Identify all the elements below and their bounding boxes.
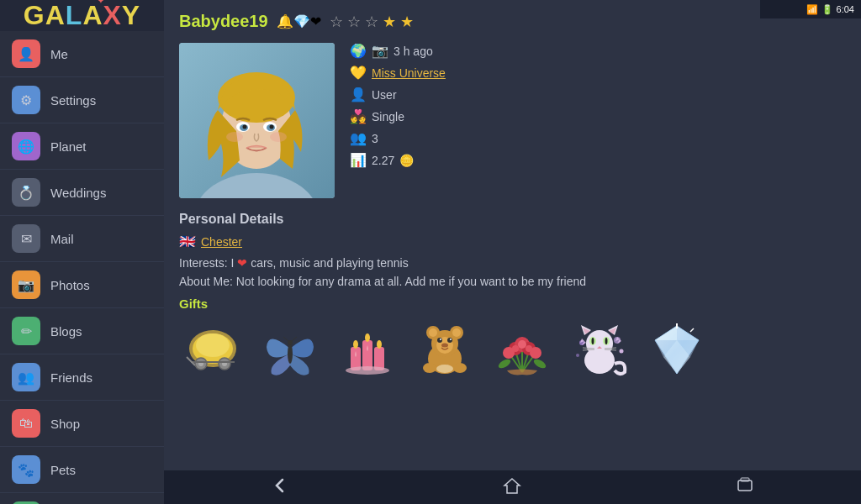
location-name[interactable]: Chester xyxy=(201,235,242,249)
heart-icon: 💛 xyxy=(350,65,367,81)
butterfly-svg xyxy=(260,322,320,376)
profile-info: 🌍 📷 3 h ago 💛 Miss Universe 👤 User 💑 Sin… xyxy=(350,43,846,198)
person-icon: 👤 xyxy=(350,87,367,102)
svg-line-25 xyxy=(283,337,288,341)
me-label: Me xyxy=(50,47,68,61)
title-row: 💛 Miss Universe xyxy=(350,65,846,81)
profile-header: Babydee19 🔔💎❤ ☆ ☆ ☆ ★ ★ xyxy=(179,12,846,31)
settings-label: Settings xyxy=(50,93,96,108)
gifts-row xyxy=(179,318,846,381)
recent-button[interactable] xyxy=(716,473,774,502)
battery-icon: 🔋 xyxy=(821,4,833,15)
sidebar-item-pets[interactable]: 🐾 Pets xyxy=(0,447,164,493)
sidebar-item-settings[interactable]: ⚙ Settings xyxy=(0,77,164,123)
sidebar-item-photos[interactable]: 📷 Photos xyxy=(0,262,164,308)
location-row: 🇬🇧 Chester xyxy=(179,234,846,249)
svg-point-46 xyxy=(423,363,436,373)
svg-point-32 xyxy=(377,340,382,349)
role-value: User xyxy=(372,88,397,102)
back-icon xyxy=(271,476,289,495)
gift-candles[interactable] xyxy=(334,318,401,381)
main-content: Babydee19 🔔💎❤ ☆ ☆ ☆ ★ ★ xyxy=(164,0,861,470)
sidebar-item-shop[interactable]: 🛍 Shop xyxy=(0,401,164,447)
gift-butterfly[interactable] xyxy=(256,318,324,381)
status-bar: 📶 🔋 6:04 xyxy=(760,0,861,18)
sidebar-item-games[interactable]: 🎮 Games xyxy=(0,493,164,504)
recent-icon xyxy=(736,476,754,495)
photos-icon: 📷 xyxy=(12,270,40,299)
interests-text: Interests: I ❤ cars, music and playing t… xyxy=(179,256,846,270)
svg-point-48 xyxy=(436,365,453,373)
settings-icon: ⚙ xyxy=(12,86,40,114)
app-logo: GALA✦XY xyxy=(24,0,140,31)
sidebar-item-planet[interactable]: 🌐 Planet xyxy=(0,123,164,170)
svg-point-76 xyxy=(592,338,594,344)
status-row: 💑 Single xyxy=(350,108,846,124)
rating-row: 📊 2.27 🪙 xyxy=(350,152,846,168)
username[interactable]: Babydee19 xyxy=(179,12,268,31)
friends-label: Friends xyxy=(50,370,92,385)
svg-point-73 xyxy=(576,354,579,357)
planet-label: Planet xyxy=(50,139,87,154)
svg-line-90 xyxy=(690,328,694,332)
svg-line-26 xyxy=(292,337,297,341)
badge-icons: 🔔💎❤ xyxy=(277,13,321,29)
signal-icon: 📶 xyxy=(806,4,818,15)
home-icon xyxy=(503,476,521,495)
flag-icon: 🇬🇧 xyxy=(179,234,196,249)
svg-point-41 xyxy=(437,338,442,343)
svg-point-42 xyxy=(447,338,452,343)
avatar-area xyxy=(179,43,335,198)
title-value[interactable]: Miss Universe xyxy=(372,66,446,80)
gift-cat[interactable] xyxy=(566,318,633,381)
time-display: 6:04 xyxy=(837,4,854,14)
svg-point-30 xyxy=(353,340,358,349)
mail-icon: ✉ xyxy=(12,224,40,253)
svg-point-16 xyxy=(196,333,230,357)
nav-list: 👤 Me ⚙ Settings 🌐 Planet 💍 Weddings ✉ Ma… xyxy=(0,31,164,504)
gifts-label[interactable]: Gifts xyxy=(179,297,846,311)
svg-point-61 xyxy=(526,345,532,352)
sidebar-item-mail[interactable]: ✉ Mail xyxy=(0,216,164,262)
stars-display: ☆ ☆ ☆ ★ ★ xyxy=(330,13,414,31)
svg-point-60 xyxy=(518,340,526,349)
globe-icon: 🌍 xyxy=(350,43,367,59)
me-icon: 👤 xyxy=(12,39,40,68)
sidebar-item-friends[interactable]: 👥 Friends xyxy=(0,354,164,401)
svg-point-23 xyxy=(288,344,293,364)
planet-icon: 🌐 xyxy=(12,132,40,160)
bear-svg xyxy=(415,322,475,376)
svg-point-43 xyxy=(440,339,441,340)
carriage-svg xyxy=(182,322,243,376)
svg-point-13 xyxy=(270,132,287,142)
candles-svg xyxy=(337,322,398,376)
gift-bear[interactable] xyxy=(411,318,478,381)
sidebar-item-me[interactable]: 👤 Me xyxy=(0,31,164,77)
bottom-nav xyxy=(164,470,861,504)
svg-point-45 xyxy=(441,344,448,348)
svg-point-72 xyxy=(620,349,624,354)
gift-flowers[interactable] xyxy=(489,318,556,381)
sidebar-item-blogs[interactable]: ✏ Blogs xyxy=(0,308,164,354)
pets-icon: 🐾 xyxy=(12,455,40,484)
svg-marker-91 xyxy=(504,479,520,493)
shop-icon: 🛍 xyxy=(12,409,40,438)
svg-point-62 xyxy=(497,358,512,370)
blogs-icon: ✏ xyxy=(12,317,40,345)
personal-details: Personal Details 🇬🇧 Chester Interests: I… xyxy=(179,212,846,381)
heart-emoji: ❤ xyxy=(237,256,247,270)
sidebar-item-weddings[interactable]: 💍 Weddings xyxy=(0,170,164,216)
diamond-svg xyxy=(647,322,707,376)
avatar-svg xyxy=(179,43,335,198)
logo-area: GALA✦XY xyxy=(0,0,164,31)
pets-label: Pets xyxy=(50,463,76,477)
back-button[interactable] xyxy=(251,473,309,502)
friends-icon: 👥 xyxy=(12,363,40,391)
home-button[interactable] xyxy=(483,473,541,502)
svg-point-44 xyxy=(450,339,452,340)
role-row: 👤 User xyxy=(350,87,846,102)
svg-point-65 xyxy=(586,330,613,357)
gift-carriage[interactable] xyxy=(179,318,246,381)
gift-diamond[interactable] xyxy=(643,318,710,381)
svg-rect-92 xyxy=(738,480,752,491)
